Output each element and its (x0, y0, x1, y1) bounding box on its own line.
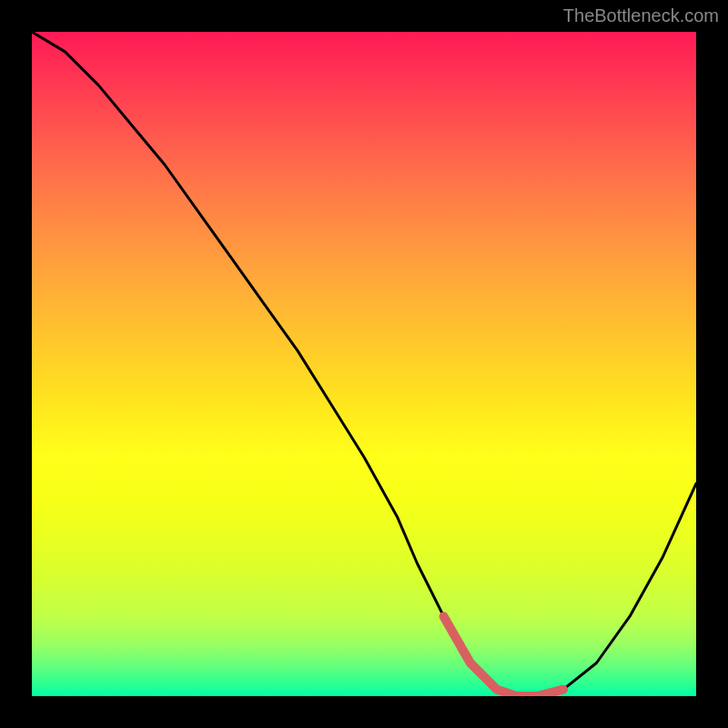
bottleneck-curve (32, 32, 696, 696)
chart-gradient-area (32, 32, 696, 696)
minimum-band-highlight (444, 616, 563, 696)
watermark-text: TheBottleneck.com (563, 5, 719, 26)
chart-svg (32, 32, 696, 696)
